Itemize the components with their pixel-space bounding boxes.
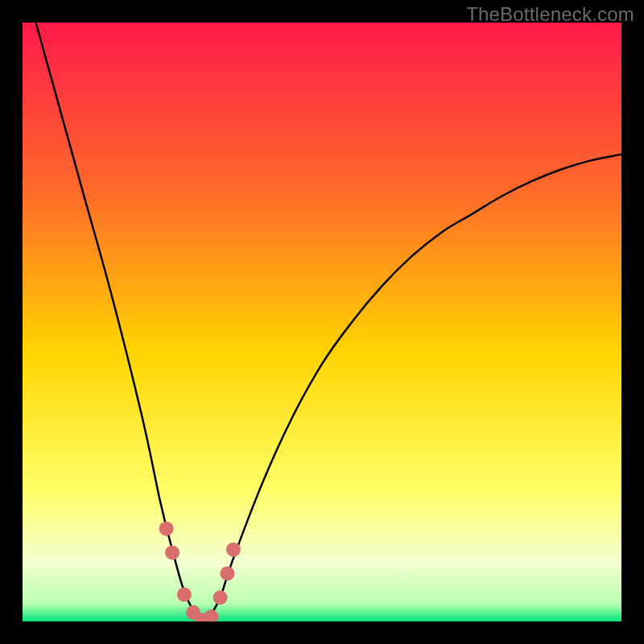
curve-layer [23,23,621,621]
curve-marker [213,590,228,605]
curve-marker [226,543,241,557]
chart-frame: TheBottleneck.com [0,0,644,644]
bottleneck-curve [23,23,621,621]
curve-marker [159,522,174,536]
curve-marker [220,566,234,580]
curve-marker [204,609,218,621]
curve-markers [159,522,241,621]
curve-marker [177,588,192,602]
watermark-text: TheBottleneck.com [466,3,634,26]
plot-area [23,23,621,621]
curve-marker [165,545,180,559]
